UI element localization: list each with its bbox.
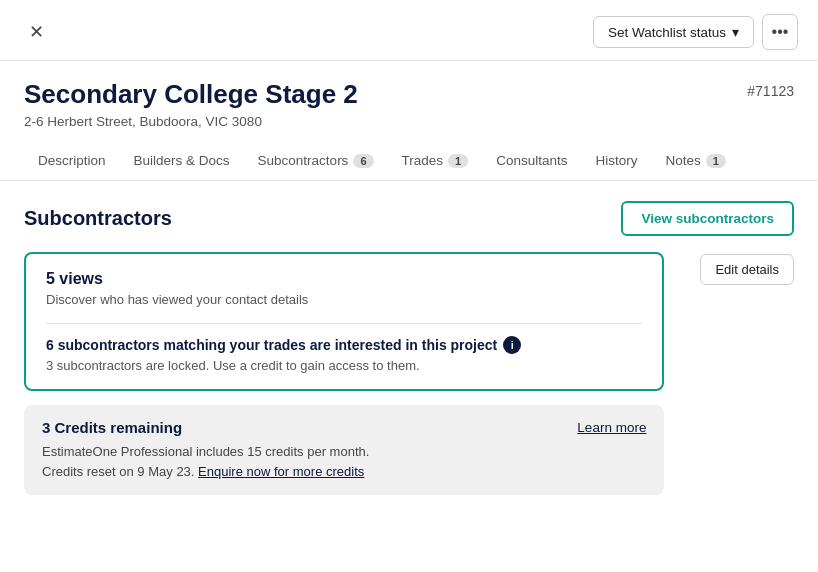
view-subcontractors-button[interactable]: View subcontractors [621,201,794,236]
highlight-card: 5 views Discover who has viewed your con… [24,252,664,391]
close-button[interactable]: ✕ [20,16,52,48]
tab-builders-docs[interactable]: Builders & Docs [120,143,244,180]
interested-line: 6 subcontractors matching your trades ar… [46,336,642,354]
project-header: Secondary College Stage 2 2-6 Herbert St… [0,61,818,129]
interested-text: 6 subcontractors matching your trades ar… [46,337,497,353]
more-options-button[interactable]: ••• [762,14,798,50]
views-count: 5 views [46,270,642,288]
project-id: #71123 [747,83,794,99]
locked-desc: 3 subcontractors are locked. Use a credi… [46,358,642,373]
tab-description[interactable]: Description [24,143,120,180]
tab-history[interactable]: History [581,143,651,180]
nav-tabs: Description Builders & Docs Subcontracto… [0,143,818,181]
cards-row: 5 views Discover who has viewed your con… [24,252,794,495]
watchlist-button[interactable]: Set Watchlist status ▾ [593,16,754,48]
credits-info: EstimateOne Professional includes 15 cre… [42,442,646,481]
tab-subcontractors[interactable]: Subcontractors 6 [244,143,388,180]
more-icon: ••• [772,23,789,41]
notes-badge: 1 [706,154,726,168]
close-icon: ✕ [29,21,44,43]
chevron-down-icon: ▾ [732,24,739,40]
top-actions: Set Watchlist status ▾ ••• [593,14,798,50]
tab-consultants[interactable]: Consultants [482,143,581,180]
project-info: Secondary College Stage 2 2-6 Herbert St… [24,79,358,129]
credits-line1: EstimateOne Professional includes 15 cre… [42,444,369,459]
credits-banner-header: 3 Credits remaining Learn more [42,419,646,436]
top-bar: ✕ Set Watchlist status ▾ ••• [0,0,818,61]
subcontractors-card: 5 views Discover who has viewed your con… [24,252,664,495]
tab-trades[interactable]: Trades 1 [388,143,483,180]
project-address: 2-6 Herbert Street, Bubdoora, VIC 3080 [24,114,358,129]
trades-badge: 1 [448,154,468,168]
credits-line2: Credits reset on 9 May 23. [42,464,194,479]
project-title: Secondary College Stage 2 [24,79,358,110]
card-right-actions: Edit details [680,252,794,495]
section-header: Subcontractors View subcontractors [24,201,794,236]
enquire-link[interactable]: Enquire now for more credits [198,464,364,479]
learn-more-link[interactable]: Learn more [577,420,646,435]
credits-banner: 3 Credits remaining Learn more EstimateO… [24,405,664,495]
subcontractors-badge: 6 [353,154,373,168]
credits-title: 3 Credits remaining [42,419,182,436]
views-desc: Discover who has viewed your contact det… [46,292,642,307]
watchlist-label: Set Watchlist status [608,25,726,40]
info-icon[interactable]: i [503,336,521,354]
card-divider [46,323,642,324]
main-content: Subcontractors View subcontractors 5 vie… [0,181,818,515]
section-title: Subcontractors [24,207,172,230]
tab-notes[interactable]: Notes 1 [651,143,739,180]
edit-details-button[interactable]: Edit details [700,254,794,285]
